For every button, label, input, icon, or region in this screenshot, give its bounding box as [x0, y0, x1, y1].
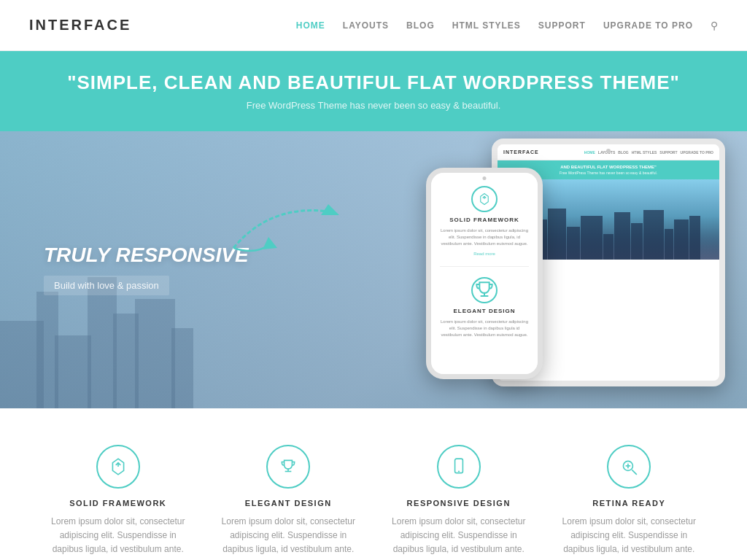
feature-3-title: RESPONSIVE DESIGN — [407, 499, 511, 508]
nav-upgrade[interactable]: UPGRADE TO PRO — [603, 20, 693, 31]
mini-nav-blog: BLOG — [618, 150, 628, 155]
phone-feature-1-text: Lorem ipsum dolor sit, consectetur adipi… — [440, 228, 529, 247]
svg-line-11 — [632, 470, 638, 475]
mini-logo: INTERFACE — [503, 149, 539, 155]
feature-3-text: Lorem ipsum dolor sit, consectetur adipi… — [384, 515, 533, 560]
search-icon[interactable]: ⚲ — [711, 20, 718, 31]
hero-arrow — [226, 190, 357, 265]
tablet-camera — [606, 149, 611, 153]
hero-subtext: Build with love & passion — [44, 276, 169, 295]
svg-marker-0 — [321, 204, 339, 215]
nav-blog[interactable]: BLOG — [406, 20, 435, 31]
hero-section: TRULY RESPONSIVE Build with love & passi… — [0, 131, 747, 408]
mini-nav-html: HTML STYLES — [632, 150, 657, 155]
feature-solid-framework: SOLID FRAMEWORK Lorem ipsum dolor sit, c… — [44, 445, 193, 560]
feature-elegant-design: ELEGANT DESIGN Lorem ipsum dolor sit, co… — [214, 445, 363, 560]
features-section: SOLID FRAMEWORK Lorem ipsum dolor sit, c… — [0, 408, 747, 560]
mini-nav-upgrade: UPGRADE TO PRO — [681, 150, 713, 155]
feature-2-title: ELEGANT DESIGN — [245, 499, 332, 508]
phone-feature-1-readmore[interactable]: Read more — [473, 252, 495, 256]
phone-feature-1-title: SOLID FRAMEWORK — [449, 217, 519, 223]
mini-nav-support: SUPPORT — [659, 150, 677, 155]
banner-subtitle: Free WordPress Theme has never been so e… — [29, 100, 718, 111]
mini-nav: HOME LAYOUTS BLOG HTML STYLES SUPPORT UP… — [584, 150, 713, 155]
nav-home[interactable]: HOME — [296, 20, 325, 31]
nav-html-styles[interactable]: HTML STYLES — [452, 20, 521, 31]
phone-feature-2-text: Lorem ipsum dolor sit, consectetur adipi… — [440, 319, 529, 338]
feature-retina-ready: RETINA READY Lorem ipsum dolor sit, cons… — [555, 445, 704, 560]
feature-2-icon — [266, 445, 310, 489]
phone-camera — [483, 176, 487, 180]
phone-device: SOLID FRAMEWORK Lorem ipsum dolor sit, c… — [426, 168, 543, 379]
feature-4-text: Lorem ipsum dolor sit, consectetur adipi… — [555, 515, 704, 560]
mini-nav-home: HOME — [584, 150, 595, 155]
feature-1-icon — [96, 445, 140, 489]
svg-marker-1 — [263, 237, 277, 249]
phone-screen: SOLID FRAMEWORK Lorem ipsum dolor sit, c… — [431, 173, 538, 374]
phone-app-icon — [471, 186, 498, 212]
phone-feature-2-title: ELEGANT DESIGN — [453, 308, 515, 314]
nav-support[interactable]: SUPPORT — [538, 20, 586, 31]
feature-1-text: Lorem ipsum dolor sit, consectetur adipi… — [44, 515, 193, 560]
nav-layouts[interactable]: LAYOUTS — [343, 20, 389, 31]
feature-responsive-design: RESPONSIVE DESIGN Lorem ipsum dolor sit,… — [384, 445, 533, 560]
banner: "SIMPLE, CLEAN AND BEAUTIFUL FLAT WORDPR… — [0, 51, 747, 131]
main-nav: HOME LAYOUTS BLOG HTML STYLES SUPPORT UP… — [296, 20, 718, 31]
mini-banner-title: AND BEAUTIFUL FLAT WORDPRESS THEME" — [503, 165, 713, 169]
logo: INTERFACE — [29, 17, 131, 34]
feature-2-text: Lorem ipsum dolor sit, consectetur adipi… — [214, 515, 363, 560]
phone-trophy-icon — [471, 277, 498, 303]
feature-4-icon — [607, 445, 651, 489]
feature-3-icon — [437, 445, 481, 489]
phone-divider — [440, 266, 529, 267]
feature-1-title: SOLID FRAMEWORK — [69, 499, 166, 508]
header: INTERFACE HOME LAYOUTS BLOG HTML STYLES … — [0, 0, 747, 51]
banner-title: "SIMPLE, CLEAN AND BEAUTIFUL FLAT WORDPR… — [29, 71, 718, 94]
feature-4-title: RETINA READY — [592, 499, 665, 508]
